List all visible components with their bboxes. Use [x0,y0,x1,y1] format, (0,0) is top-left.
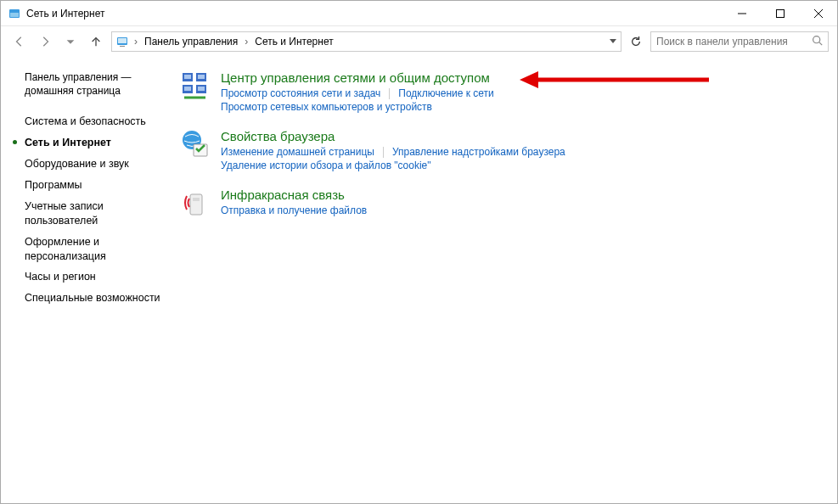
sidebar-item-user-accounts[interactable]: Учетные записи пользователей [25,196,165,232]
breadcrumb-item[interactable]: Сеть и Интернет [253,36,335,48]
svg-rect-1 [10,13,19,17]
maximize-button[interactable] [761,1,799,25]
search-box[interactable] [650,31,829,52]
link-network-status[interactable]: Просмотр состояния сети и задач [221,87,380,100]
svg-rect-18 [184,75,191,79]
chevron-down-icon[interactable] [609,36,617,48]
control-panel-home-link[interactable]: Панель управления — домашняя страница [25,70,165,98]
svg-rect-10 [120,46,125,47]
separator [383,147,384,158]
svg-rect-21 [198,87,205,91]
link-send-receive-files[interactable]: Отправка и получение файлов [221,204,367,217]
svg-marker-11 [610,39,616,43]
separator [389,88,390,99]
annotation-arrow [518,69,713,93]
sidebar-item-network-internet[interactable]: Сеть и Интернет [25,132,165,154]
sidebar-item-programs[interactable]: Программы [25,175,165,196]
minimize-button[interactable] [723,1,761,25]
recent-locations-button[interactable] [60,31,81,52]
svg-rect-9 [118,38,127,43]
link-manage-addons[interactable]: Управление надстройками браузера [392,145,565,159]
section-title-infrared[interactable]: Инфракрасная связь [221,188,820,202]
sidebar-item-hardware-sound[interactable]: Оборудование и звук [25,154,165,175]
infrared-icon [178,188,212,218]
category-list: Система и безопасность Сеть и Интернет О… [25,111,165,309]
svg-marker-6 [67,40,75,43]
svg-rect-3 [776,9,784,17]
link-change-homepage[interactable]: Изменение домашней страницы [221,145,374,159]
up-button[interactable] [86,31,106,52]
main-content: Центр управления сетями и общим доступом… [175,57,837,503]
svg-point-12 [813,36,820,43]
svg-rect-28 [193,198,200,201]
svg-rect-19 [198,75,205,79]
section-network-sharing: Центр управления сетями и общим доступом… [178,70,820,114]
svg-marker-24 [520,71,538,88]
section-infrared: Инфракрасная связь Отправка и получение … [178,188,820,218]
section-internet-options: Свойства браузера Изменение домашней стр… [178,129,820,172]
chevron-right-icon[interactable]: › [243,36,250,48]
address-bar[interactable]: › Панель управления › Сеть и Интернет [111,31,621,52]
sidebar-item-system-security[interactable]: Система и безопасность [25,111,165,132]
search-icon[interactable] [812,35,823,48]
forward-button[interactable] [35,31,55,52]
link-view-computers[interactable]: Просмотр сетевых компьютеров и устройств [221,100,432,114]
network-sharing-icon [178,70,212,114]
breadcrumb-item[interactable]: Панель управления [143,36,239,48]
sidebar: Панель управления — домашняя страница Си… [1,57,175,503]
close-button[interactable] [799,1,837,25]
refresh-button[interactable] [627,32,645,51]
svg-rect-27 [190,194,202,215]
sidebar-item-appearance[interactable]: Оформление и персонализация [25,232,165,267]
sidebar-item-accessibility[interactable]: Специальные возможности [25,288,165,309]
back-button[interactable] [9,31,30,52]
link-delete-history[interactable]: Удаление истории обзора и файлов "cookie… [221,159,431,172]
internet-options-icon [178,129,212,172]
titlebar: Сеть и Интернет [1,1,837,26]
search-input[interactable] [656,36,807,48]
window-icon [8,7,21,20]
chevron-right-icon[interactable]: › [132,36,139,48]
window-title: Сеть и Интернет [26,8,723,20]
window-controls [723,1,837,25]
navigation-toolbar: › Панель управления › Сеть и Интернет [1,26,837,57]
section-title-internet-options[interactable]: Свойства браузера [221,129,820,143]
sidebar-item-clock-region[interactable]: Часы и регион [25,266,165,288]
link-connect-network[interactable]: Подключение к сети [398,87,493,100]
svg-line-13 [819,42,822,45]
svg-rect-20 [184,87,191,91]
computer-icon [115,35,129,48]
